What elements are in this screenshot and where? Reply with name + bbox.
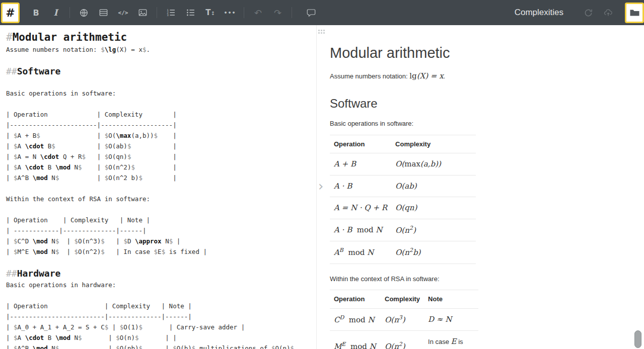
table-row: ME mod NO(n2)In case E is fixed (330, 331, 478, 349)
link-button[interactable] (74, 0, 94, 25)
inline-math: O(n2) (395, 226, 416, 235)
editor-line[interactable] (6, 257, 316, 268)
table-cell: O(n2) (391, 219, 476, 241)
italic-icon: I (54, 8, 58, 18)
redo-button[interactable]: ↷ (268, 0, 288, 25)
table-cell: ME mod N (330, 331, 381, 349)
bold-icon: B (33, 8, 39, 18)
bullet-list-button[interactable] (181, 0, 200, 25)
open-document-button[interactable] (625, 3, 644, 23)
rsa-complexity-table: OperationComplexityNoteCD mod NO(n3)D ≈ … (330, 290, 478, 349)
code-icon: </> (118, 10, 128, 16)
editor-line[interactable]: | $A \cdot B \mod N$ | $O(n)$ | | (6, 332, 316, 343)
editor-line[interactable]: ##Hardware (6, 268, 316, 280)
editor-line[interactable]: Within the context of RSA in software: (6, 194, 316, 204)
table-row: A · BO(ab) (330, 175, 476, 197)
editor-line[interactable] (6, 77, 316, 88)
table-header-row: OperationComplexityNote (330, 290, 478, 309)
table-cell: O(max(a,b)) (391, 153, 476, 176)
image-button[interactable] (133, 0, 153, 25)
editor-line[interactable]: | Operation | Complexity | Note | (6, 301, 316, 311)
undo-button[interactable]: ↶ (248, 0, 268, 25)
editor-line[interactable]: | $A + B$ | $O(\max(a,b))$ | (6, 130, 316, 141)
inline-math: D ≈ N (428, 315, 452, 324)
editor-line[interactable] (6, 99, 316, 109)
editor-line[interactable]: | $A = N \cdot Q + R$ | $O(qn)$ | (6, 151, 316, 162)
editor-line[interactable]: | $M^E \mod N$ | $O(n^2)$ | In case $E$ … (6, 246, 316, 257)
editor-line[interactable]: |-------------------------|-------------… (6, 311, 316, 322)
editor-line[interactable]: |-----------------------|---------------… (6, 120, 316, 130)
table-cell: A · B mod N (330, 219, 391, 241)
editor-line[interactable]: Basic operations in software: (6, 88, 316, 99)
inline-math: O(n2) (385, 342, 405, 349)
inline-math: O(max(a,b)) (395, 159, 441, 168)
comments-button[interactable] (301, 0, 321, 25)
image-icon (138, 9, 147, 17)
software-heading: Software (330, 95, 624, 113)
inline-math: A + B (334, 159, 356, 168)
editor-line[interactable]: Basic operations in hardware: (6, 280, 316, 290)
code-button[interactable]: </> (113, 0, 133, 25)
inline-math: O(n2b) (395, 248, 420, 257)
table-cell: A · B (330, 175, 391, 197)
editor-line[interactable] (6, 290, 316, 301)
bullet-list-icon (186, 9, 195, 17)
inline-math: A · B (334, 182, 352, 191)
editor-line[interactable]: #Modular arithmetic (6, 31, 316, 44)
markdown-editor[interactable]: #Modular arithmeticAssume numbers notati… (0, 25, 316, 349)
column-header: Operation (330, 290, 381, 309)
preview-pane: › Modular arithmetic Assume numbers nota… (316, 25, 644, 349)
app-logo[interactable]: # (1, 3, 20, 23)
numbered-list-button[interactable]: 1 2 3 (161, 0, 181, 25)
preview-scrollbar-thumb[interactable] (634, 330, 641, 348)
document-title[interactable]: Complexities (515, 8, 563, 18)
table-cell: A + B (330, 153, 391, 176)
editor-line[interactable]: | Operation | Complexity | Note | (6, 215, 316, 225)
undo-icon: ↶ (254, 8, 262, 18)
hash-logo-icon: # (6, 7, 15, 19)
stackedit-app: # B I </> (0, 0, 644, 349)
toolbar-separator (292, 7, 292, 18)
editor-line[interactable] (6, 55, 316, 65)
collapse-editor-chevron-icon[interactable]: › (318, 179, 323, 194)
publish-button[interactable] (598, 0, 618, 25)
editor-line[interactable]: | Operation | Complexity | (6, 109, 316, 120)
synchronize-button[interactable] (579, 0, 598, 25)
editor-line[interactable]: | $A_0 + A_1 + A_2 = S + C$ | $O(1)$ | C… (6, 322, 316, 332)
layout-grip-icon[interactable] (318, 27, 326, 36)
inline-math: lg(X) = x (409, 71, 443, 80)
editor-line[interactable]: ##Software (6, 65, 316, 77)
italic-button[interactable]: I (46, 0, 65, 25)
font-size-icon: T↕ (205, 8, 215, 17)
editor-line[interactable]: Assume numbers notation: $\lg(X) = x$. (6, 44, 316, 55)
editor-line[interactable]: | $C^D \mod N$ | $O(n^3)$ | $D \approx N… (6, 236, 316, 246)
table-icon (99, 9, 108, 17)
table-cell: In case E is fixed (424, 331, 478, 349)
software-complexity-table: OperationComplexityA + BO(max(a,b))A · B… (330, 135, 476, 264)
table-cell: O(n2b) (391, 241, 476, 264)
editor-line[interactable]: | ------------|--------------|------| (6, 225, 316, 236)
table-button[interactable] (94, 0, 113, 25)
editor-line[interactable] (6, 204, 316, 215)
editor-line[interactable] (6, 183, 316, 194)
font-size-button[interactable]: T↕ (200, 0, 220, 25)
inline-math: A = N · Q + R (334, 203, 387, 212)
inline-math: O(n3) (385, 315, 405, 324)
numbered-list-icon: 1 2 3 (167, 9, 175, 17)
synchronize-icon (584, 9, 593, 17)
more-formatting-button[interactable]: ••• (220, 0, 240, 25)
column-header: Complexity (391, 135, 476, 153)
bold-button[interactable]: B (26, 0, 46, 25)
table-row: A + BO(max(a,b)) (330, 153, 476, 176)
ellipsis-icon: ••• (224, 10, 236, 16)
editor-line[interactable]: | $A \cdot B$ | $O(ab)$ | (6, 141, 316, 151)
editor-line[interactable]: | $A^B \mod N$ | $O(n^2 b)$ | (6, 172, 316, 183)
editor-line[interactable]: | $A \cdot B \mod N$ | $O(n^2)$ | (6, 162, 316, 172)
toolbar-separator (157, 7, 157, 18)
column-header: Complexity (381, 290, 424, 309)
svg-text:3: 3 (167, 14, 169, 17)
editor-line[interactable]: | $A^B \mod N$ | $O(nb)$ | $O(b)$ multip… (6, 343, 316, 349)
inline-math: CD mod N (334, 315, 375, 324)
table-row: A = N · Q + RO(qn) (330, 197, 476, 219)
table-row: AB mod NO(n2b) (330, 241, 476, 264)
